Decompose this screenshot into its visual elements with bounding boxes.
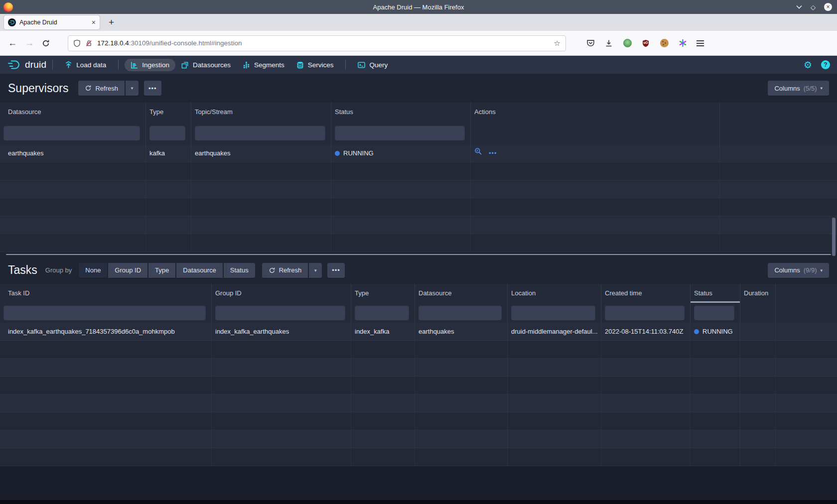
cell-topic-stream: earthquakes [191,144,331,162]
shield-icon[interactable] [73,39,81,47]
col-header-actions: Actions [471,103,720,122]
tab-close-icon[interactable]: × [92,18,96,26]
col-header-status[interactable]: Status [331,103,471,122]
window-close-icon[interactable]: × [824,3,832,11]
insecure-lock-icon[interactable] [85,39,93,47]
nav-datasources[interactable]: Datasources [175,59,237,71]
col-header-created-time[interactable]: Created time [601,284,691,303]
col-header-topic-stream[interactable]: Topic/Stream [191,103,331,122]
table-row-empty [0,216,837,234]
privacy-badger-icon[interactable] [623,39,632,48]
supervisors-refresh-dropdown[interactable]: ▾ [126,81,139,96]
bookmark-star-icon[interactable]: ☆ [554,39,560,48]
supervisors-title: Supervisors [8,82,68,95]
settings-gear-icon[interactable]: ⚙ [804,60,812,70]
asterisk-addon-icon[interactable] [678,39,687,48]
group-by-status-button[interactable]: Status [224,263,255,278]
nav-load-data[interactable]: Load data [59,59,112,71]
nav-separator [345,60,346,70]
supervisor-topic-filter-input[interactable] [195,126,325,140]
nav-services[interactable]: Services [290,59,340,71]
tasks-refresh-button[interactable]: Refresh [262,263,308,278]
group-by-type-button[interactable]: Type [148,263,175,278]
nav-query[interactable]: Query [352,59,394,71]
col-header-type[interactable]: Type [351,284,415,303]
help-icon[interactable]: ? [821,60,830,69]
supervisor-detail-magnifier-icon[interactable] [474,144,482,162]
col-header-location[interactable]: Location [508,284,601,303]
menu-hamburger-icon[interactable] [697,40,704,46]
table-row-empty [0,359,837,377]
window-titlebar: Apache Druid — Mozilla Firefox ◇ × [0,0,837,14]
druid-logo[interactable]: druid [7,59,46,70]
task-datasource-filter-input[interactable] [418,305,502,320]
pocket-icon[interactable] [586,39,595,48]
task-group-id-filter-input[interactable] [215,305,345,320]
task-location-filter-input[interactable] [511,305,595,320]
tasks-refresh-dropdown[interactable]: ▾ [309,263,322,278]
forward-button[interactable]: → [25,38,34,48]
browser-tab-bar: Apache Druid × + [0,14,837,31]
supervisor-datasource-filter-input[interactable] [3,126,140,140]
table-row-empty [0,448,837,466]
section-divider[interactable] [0,252,837,256]
ublock-origin-icon[interactable]: uO [641,39,650,48]
tasks-more-button[interactable]: ••• [327,263,345,278]
cell-location: druid-middlemanager-defaul... [508,323,601,340]
table-row-empty [0,377,837,394]
cell-task-id: index_kafka_earthquakes_7184357396d6c0a_… [0,323,212,340]
tasks-section: Tasks Group by None Group ID Type Dataso… [0,256,837,466]
supervisors-more-button[interactable]: ••• [144,81,161,96]
cell-created-time: 2022-08-15T14:11:03.740Z [601,323,691,340]
task-created-time-filter-input[interactable] [605,305,685,320]
col-header-datasource[interactable]: Datasource [0,103,146,122]
col-header-task-id[interactable]: Task ID [0,284,212,303]
supervisors-columns-button[interactable]: Columns (5/5) ▾ [768,81,829,96]
supervisor-actions-more-icon[interactable]: ••• [489,150,497,156]
group-by-none-button[interactable]: None [79,263,107,278]
druid-console: druid Load data Ingestion Datasources Se… [0,56,837,504]
downloads-icon[interactable] [604,39,613,48]
task-id-filter-input[interactable] [3,305,206,320]
supervisors-refresh-button[interactable]: Refresh [78,81,125,96]
col-header-status-sorted[interactable]: Status [691,284,740,303]
browser-tab-apache-druid[interactable]: Apache Druid × [4,15,100,29]
table-row-empty [0,430,837,448]
cookie-addon-icon[interactable] [660,39,669,48]
supervisor-row-earthquakes[interactable]: earthquakes kafka earthquakes RUNNING ••… [0,144,837,162]
group-by-group-id-button[interactable]: Group ID [108,263,147,278]
cell-group-id: index_kafka_earthquakes [212,323,351,340]
group-by-label: Group by [45,266,72,274]
url-bar[interactable]: 172.18.0.4:30109/unified-console.html#in… [68,35,566,51]
table-row-empty [0,162,837,180]
nav-label: Load data [76,61,106,69]
nav-segments[interactable]: Segments [237,59,290,71]
nav-label: Query [369,61,388,69]
cell-datasource: earthquakes [0,144,146,162]
col-header-group-id[interactable]: Group ID [212,284,351,303]
task-type-filter-input[interactable] [355,305,409,320]
bottom-edge [0,500,837,504]
task-status-filter-input[interactable] [694,305,734,320]
nav-label: Ingestion [142,61,169,69]
group-by-button-group: None Group ID Type Datasource Status [79,263,255,278]
back-button[interactable]: ← [8,38,17,48]
tasks-table-header: Task ID Group ID Type Datasource Locatio… [0,284,837,303]
datasources-layers-icon [181,61,189,69]
supervisors-scrollbar-thumb[interactable] [832,218,836,256]
supervisor-status-filter-input[interactable] [335,126,465,140]
reload-button[interactable] [42,39,50,47]
table-row-empty [0,412,837,430]
col-header-duration[interactable]: Duration [740,284,776,303]
group-by-datasource-button[interactable]: Datasource [176,263,222,278]
task-row-index-kafka-earthquakes[interactable]: index_kafka_earthquakes_7184357396d6c0a_… [0,323,837,341]
col-header-type[interactable]: Type [146,103,191,122]
nav-ingestion[interactable]: Ingestion [125,59,175,71]
supervisor-type-filter-input[interactable] [149,126,185,140]
new-tab-button[interactable]: + [109,17,114,28]
window-maximize-icon[interactable]: ◇ [811,3,816,11]
tasks-columns-button[interactable]: Columns (9/9) ▾ [768,263,829,278]
page-background [0,466,837,500]
col-header-datasource[interactable]: Datasource [415,284,508,303]
window-minimize-icon[interactable] [796,5,802,9]
